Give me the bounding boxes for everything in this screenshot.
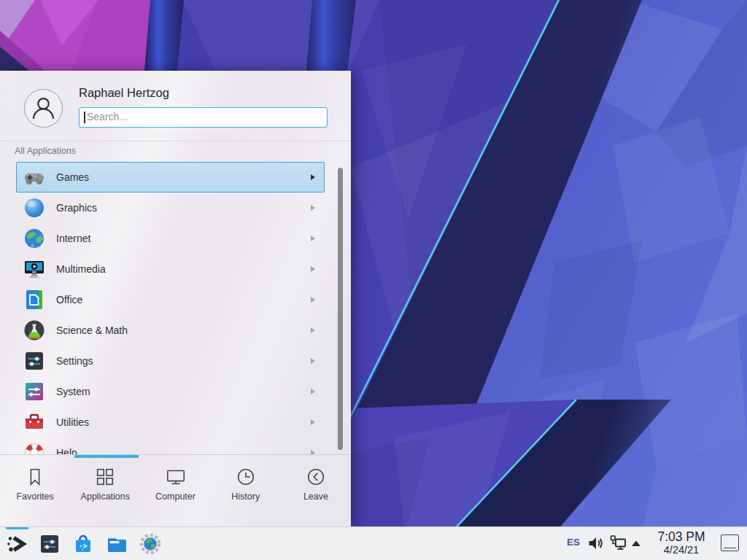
tab-history[interactable]: History: [211, 459, 281, 511]
category-label: Science & Math: [56, 324, 128, 336]
globe-icon: [23, 227, 46, 250]
search-placeholder: Search...: [87, 108, 128, 126]
desktop: Raphael Hertzog Search... All Applicatio…: [0, 0, 747, 560]
category-label: Graphics: [56, 202, 97, 214]
category-games[interactable]: Games: [16, 162, 325, 192]
launcher-active-indicator: [6, 527, 28, 529]
search-input[interactable]: Search...: [79, 107, 328, 128]
gamepad-icon: [23, 166, 46, 189]
active-tab-indicator: [74, 455, 139, 458]
grid-icon: [94, 466, 116, 488]
tab-leave[interactable]: Leave: [281, 459, 351, 511]
launcher-tabbar: Favorites Applications C: [0, 459, 351, 511]
category-system[interactable]: System: [16, 376, 325, 407]
user-icon: [25, 90, 62, 127]
category-multimedia[interactable]: Multimedia: [16, 254, 325, 284]
tabbar-divider: [0, 454, 351, 455]
avatar[interactable]: [24, 89, 63, 128]
sliders-icon: [23, 349, 46, 373]
volume-icon[interactable]: [587, 534, 604, 552]
wired-network-icon[interactable]: [608, 534, 627, 553]
leave-icon: [305, 466, 327, 488]
discover-icon: [71, 532, 95, 556]
submenu-arrow-icon: [311, 236, 315, 241]
submenu-arrow-icon: [311, 358, 315, 364]
category-office[interactable]: Office: [16, 284, 325, 315]
category-utilities[interactable]: Utilities: [16, 407, 325, 438]
header-divider: [0, 141, 351, 141]
user-name: Raphael Hertzog: [79, 86, 169, 100]
scrollbar[interactable]: [338, 168, 343, 450]
category-science-math[interactable]: Science & Math: [16, 315, 325, 346]
submenu-arrow-icon: [311, 266, 315, 272]
system-settings-button[interactable]: [38, 532, 61, 556]
submenu-arrow-icon: [311, 327, 315, 333]
tab-computer[interactable]: Computer: [140, 459, 210, 511]
sphere-icon: [23, 196, 46, 219]
show-desktop-button[interactable]: [721, 534, 739, 551]
tab-favorites[interactable]: Favorites: [0, 459, 70, 511]
web-browser-button[interactable]: [139, 532, 162, 556]
application-launcher-button[interactable]: [5, 532, 28, 556]
submenu-arrow-icon: [311, 389, 315, 394]
clock-date: 4/24/21: [649, 544, 713, 556]
flask-icon: [23, 319, 46, 342]
globe-gear-icon: [139, 532, 162, 556]
digital-clock[interactable]: 7:03 PM 4/24/21: [649, 529, 713, 556]
kickoff-icon: [5, 532, 28, 556]
computer-icon: [165, 466, 187, 488]
category-internet[interactable]: Internet: [16, 223, 325, 254]
system-sliders-icon: [23, 380, 46, 403]
submenu-arrow-icon: [311, 297, 315, 303]
taskbar: ES 7:03 PM 4/24/21: [0, 526, 747, 560]
category-label: Internet: [56, 233, 90, 244]
system-settings-icon: [38, 532, 61, 556]
category-label: Games: [56, 171, 89, 183]
discover-button[interactable]: [71, 532, 95, 556]
clock-time: 7:03 PM: [649, 529, 713, 544]
lifebuoy-icon: [23, 441, 46, 454]
bookmark-icon: [24, 466, 46, 488]
submenu-arrow-icon: [311, 419, 315, 425]
tab-label: Leave: [303, 491, 328, 502]
category-graphics[interactable]: Graphics: [16, 192, 325, 223]
monitor-play-icon: [23, 257, 46, 281]
tab-applications[interactable]: Applications: [70, 459, 140, 511]
folder-icon: [105, 532, 128, 556]
tab-label: Applications: [81, 491, 130, 502]
category-label: Settings: [56, 355, 93, 367]
category-label: Office: [56, 294, 82, 306]
category-list: Games Graphics: [16, 162, 325, 454]
file-manager-button[interactable]: [105, 532, 128, 556]
document-icon: [23, 288, 46, 311]
application-launcher-menu: Raphael Hertzog Search... All Applicatio…: [0, 71, 351, 526]
submenu-arrow-icon: [311, 174, 315, 180]
category-settings[interactable]: Settings: [16, 346, 325, 376]
tab-label: Computer: [155, 491, 196, 502]
category-label: Utilities: [56, 416, 89, 428]
text-cursor: [84, 112, 85, 123]
category-label: Multimedia: [56, 263, 106, 275]
keyboard-layout-indicator[interactable]: ES: [567, 537, 580, 548]
submenu-arrow-icon: [311, 205, 315, 211]
category-label: Help: [56, 447, 77, 454]
expand-tray-caret-icon[interactable]: [630, 538, 642, 548]
tab-label: Favorites: [16, 491, 53, 502]
toolbox-icon: [23, 411, 46, 434]
category-help[interactable]: Help: [16, 438, 325, 454]
section-label: All Applications: [15, 146, 76, 156]
category-label: System: [56, 386, 90, 397]
tab-label: History: [231, 491, 260, 502]
clock-icon: [235, 466, 257, 488]
